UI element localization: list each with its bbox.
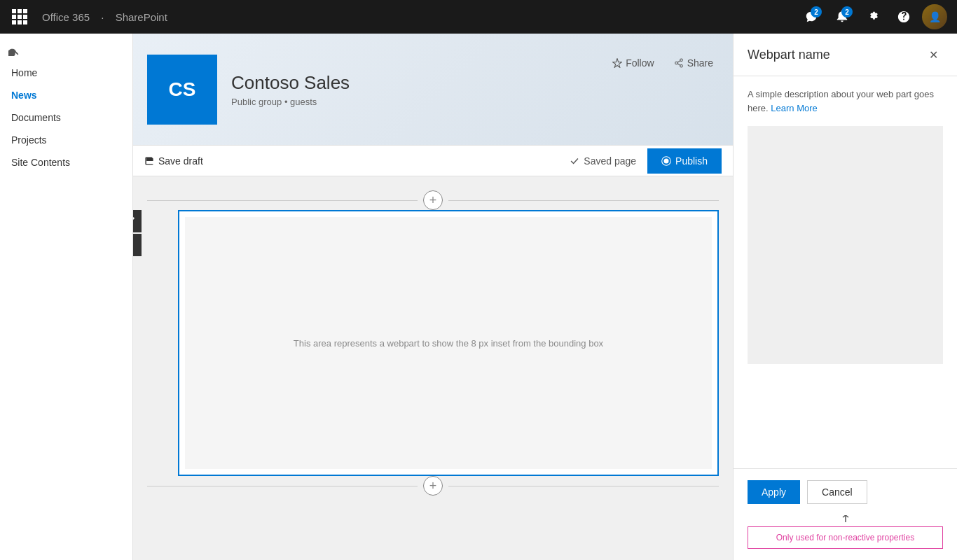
apply-button[interactable]: Apply: [748, 480, 800, 504]
help-button[interactable]: [890, 3, 918, 31]
editing-area: + This: [133, 176, 733, 510]
add-section-bottom-button[interactable]: +: [423, 476, 443, 496]
delete-webpart-button[interactable]: [133, 234, 142, 256]
sidebar-item-news[interactable]: News: [0, 84, 132, 106]
sidebar: Home News Documents Projects Site Conten…: [0, 34, 133, 560]
arrow-up-icon: [840, 515, 851, 524]
user-avatar-button[interactable]: 👤: [921, 3, 949, 31]
help-icon: [897, 10, 910, 23]
sidebar-nav: Home News Documents Projects Site Conten…: [0, 62, 132, 174]
panel-close-button[interactable]: ✕: [923, 45, 943, 64]
sidebar-search-area: [0, 39, 132, 62]
add-section-top-button[interactable]: +: [423, 190, 443, 210]
site-actions: Follow Share: [607, 55, 719, 71]
add-section-top: +: [147, 193, 719, 207]
app-title: Office 365 · SharePoint: [38, 11, 797, 23]
chat-badge: 2: [811, 6, 822, 18]
site-header: CS Contoso Sales Public group • guests F…: [133, 34, 733, 146]
waffle-button[interactable]: [8, 6, 31, 28]
panel-body: A simple description about your web part…: [734, 76, 957, 468]
main-layout: Home News Documents Projects Site Conten…: [0, 34, 957, 560]
sidebar-item-projects[interactable]: Projects: [0, 129, 132, 151]
sidebar-item-documents[interactable]: Documents: [0, 106, 132, 129]
chat-button[interactable]: 2: [797, 3, 825, 31]
webpart-row: This area represents a webpart to show t…: [147, 210, 719, 476]
sidebar-item-home[interactable]: Home: [0, 62, 132, 84]
non-reactive-message: Only used for non-reactive properties: [748, 526, 943, 549]
bell-badge: 2: [841, 6, 853, 18]
notifications-button[interactable]: 2: [828, 3, 856, 31]
save-icon: [144, 156, 154, 166]
trash-icon: [133, 240, 135, 250]
settings-button[interactable]: [859, 3, 887, 31]
share-icon: [674, 58, 684, 68]
learn-more-link[interactable]: Learn More: [771, 103, 817, 113]
sidebar-item-site-contents[interactable]: Site Contents: [0, 151, 132, 174]
star-icon: [612, 58, 622, 68]
webpart-section: This area represents a webpart to show t…: [178, 210, 719, 476]
search-icon: [8, 45, 20, 56]
saved-status: Saved page: [570, 155, 636, 167]
follow-button[interactable]: Follow: [607, 55, 659, 71]
webpart-content: This area represents a webpart to show t…: [185, 217, 712, 469]
site-info: Contoso Sales Public group • guests: [231, 72, 607, 107]
panel-header: Webpart name ✕: [734, 34, 957, 76]
publish-button[interactable]: Publish: [647, 148, 722, 174]
page-content: CS Contoso Sales Public group • guests F…: [133, 34, 733, 560]
panel-description: A simple description about your web part…: [748, 88, 943, 115]
check-icon: [570, 156, 579, 166]
waffle-icon: [12, 9, 27, 24]
page-toolbar: Save draft Saved page Publish: [133, 146, 733, 176]
top-navigation: Office 365 · SharePoint 2 2: [0, 0, 957, 34]
share-button[interactable]: Share: [668, 55, 719, 71]
panel-footer: Apply Cancel Only used for non-reactive …: [734, 468, 957, 560]
svg-point-2: [675, 62, 677, 64]
non-reactive-note: Only used for non-reactive properties: [748, 515, 943, 549]
gear-icon: [867, 10, 879, 23]
add-section-bottom: +: [147, 479, 719, 493]
site-meta: Public group • guests: [231, 97, 607, 107]
save-draft-button[interactable]: Save draft: [144, 155, 203, 167]
nav-icons: 2 2 👤: [797, 3, 949, 31]
edit-webpart-button[interactable]: [133, 210, 142, 232]
publish-icon: [661, 156, 671, 166]
panel-title: Webpart name: [748, 48, 830, 62]
site-name: Contoso Sales: [231, 72, 607, 94]
panel-preview-area: [748, 126, 943, 364]
svg-point-6: [664, 158, 669, 163]
panel-actions: Apply Cancel: [748, 480, 943, 504]
webpart-controls: [133, 210, 142, 256]
svg-line-3: [677, 64, 680, 66]
svg-point-1: [680, 64, 682, 67]
right-panel: Webpart name ✕ A simple description abou…: [733, 34, 957, 560]
site-logo: CS: [147, 55, 217, 125]
svg-point-0: [680, 59, 682, 62]
avatar: 👤: [922, 4, 947, 29]
arrow-up-indicator: [748, 515, 943, 524]
edit-icon: [133, 216, 135, 226]
cancel-button[interactable]: Cancel: [807, 480, 867, 504]
svg-line-4: [677, 61, 680, 63]
